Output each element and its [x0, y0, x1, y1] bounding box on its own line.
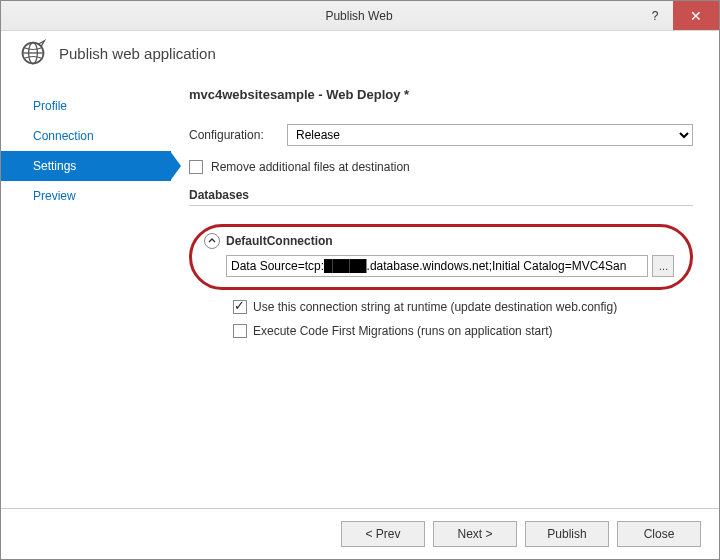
connection-string-input[interactable] [226, 255, 648, 277]
help-button[interactable]: ? [637, 1, 673, 30]
prev-button[interactable]: < Prev [341, 521, 425, 547]
window-title: Publish Web [81, 9, 637, 23]
sidebar-item-connection[interactable]: Connection [1, 121, 171, 151]
databases-heading: Databases [189, 188, 693, 202]
migrate-checkbox[interactable] [233, 324, 247, 338]
close-window-button[interactable]: ✕ [673, 1, 719, 30]
wizard-sidebar: Profile Connection Settings Preview [1, 81, 171, 508]
remove-files-row: Remove additional files at destination [189, 160, 693, 174]
titlebar: Publish Web ? ✕ [1, 1, 719, 31]
default-connection-callout: DefaultConnection … [189, 224, 693, 290]
migrate-row: Execute Code First Migrations (runs on a… [233, 324, 693, 338]
dialog-body: Profile Connection Settings Preview mvc4… [1, 81, 719, 508]
settings-panel: mvc4websitesample - Web Deploy * Configu… [171, 81, 719, 508]
collapse-icon[interactable] [204, 233, 220, 249]
sidebar-item-profile[interactable]: Profile [1, 91, 171, 121]
dialog-header: Publish web application [1, 31, 719, 81]
use-runtime-checkbox[interactable] [233, 300, 247, 314]
publish-button[interactable]: Publish [525, 521, 609, 547]
publish-icon [19, 39, 47, 67]
sidebar-item-settings[interactable]: Settings [1, 151, 171, 181]
dialog-footer: < Prev Next > Publish Close [1, 508, 719, 559]
sidebar-item-preview[interactable]: Preview [1, 181, 171, 211]
dialog-subtitle: Publish web application [59, 45, 216, 62]
configuration-label: Configuration: [189, 128, 279, 142]
remove-files-label: Remove additional files at destination [211, 160, 410, 174]
close-button[interactable]: Close [617, 521, 701, 547]
configuration-row: Configuration: Release [189, 124, 693, 146]
next-button[interactable]: Next > [433, 521, 517, 547]
remove-files-checkbox[interactable] [189, 160, 203, 174]
default-connection-header: DefaultConnection [204, 233, 674, 249]
use-runtime-label: Use this connection string at runtime (u… [253, 300, 617, 314]
configuration-select[interactable]: Release [287, 124, 693, 146]
connection-string-row: … [226, 255, 674, 277]
connection-name: DefaultConnection [226, 234, 333, 248]
publish-web-window: Publish Web ? ✕ Publish web application … [0, 0, 720, 560]
databases-divider [189, 205, 693, 206]
connection-browse-button[interactable]: … [652, 255, 674, 277]
page-title: mvc4websitesample - Web Deploy * [189, 87, 693, 102]
window-controls: ? ✕ [637, 1, 719, 30]
migrate-label: Execute Code First Migrations (runs on a… [253, 324, 552, 338]
use-runtime-row: Use this connection string at runtime (u… [233, 300, 693, 314]
